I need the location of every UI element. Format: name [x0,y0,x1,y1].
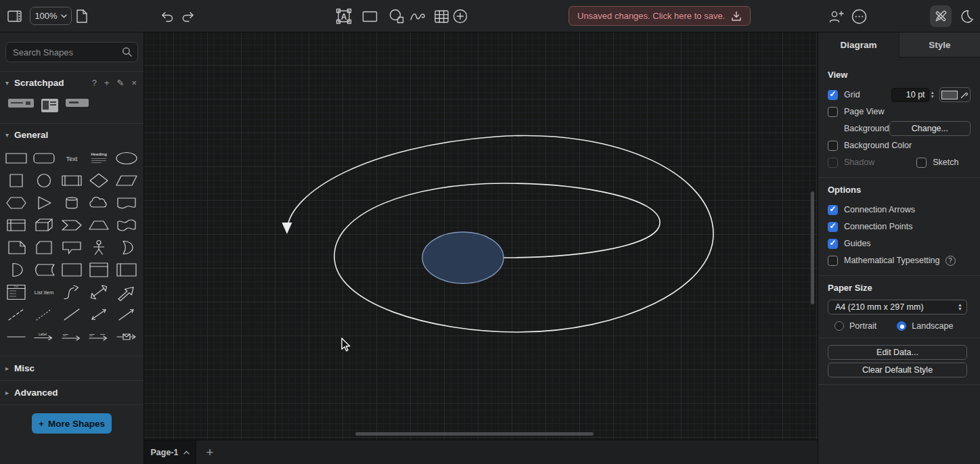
theme-toggle-button[interactable] [956,0,978,32]
insert-table-button[interactable] [431,0,451,32]
toggle-panel-button[interactable] [4,0,26,32]
shape-bidirectional-arrow[interactable] [85,281,112,303]
tab-style[interactable]: Style [899,32,980,57]
shape-connector-labels[interactable] [85,325,112,348]
search-shapes-input[interactable] [5,42,138,62]
scratchpad-edit-icon[interactable]: ✎ [117,78,125,88]
shape-directional-connector[interactable] [113,303,140,325]
diagram-canvas[interactable] [144,32,818,440]
undo-button[interactable] [157,0,177,32]
misc-section-header[interactable]: ▸ Misc [0,356,143,380]
insert-freehand-button[interactable] [408,0,428,32]
sketch-theme-button[interactable] [930,5,952,27]
connection-points-checkbox[interactable] [828,222,838,232]
shape-cloud[interactable] [85,191,112,214]
shape-square[interactable] [3,169,30,191]
landscape-radio[interactable] [897,321,906,331]
insert-more-button[interactable] [450,0,470,32]
shape-container[interactable] [58,258,85,281]
more-actions-button[interactable] [847,0,870,32]
shape-data-storage[interactable] [30,258,58,281]
unsaved-changes-button[interactable]: Unsaved changes. Click here to save. [569,6,751,26]
shape-parallelogram[interactable] [113,169,140,191]
shape-rounded-rectangle[interactable] [30,147,58,169]
help-icon[interactable]: ? [945,256,956,266]
shape-and[interactable] [3,258,30,281]
grid-color-button[interactable] [939,87,971,102]
shape-tape[interactable] [113,214,140,236]
redo-button[interactable] [177,0,198,32]
share-button[interactable] [825,0,848,32]
connection-arrows-checkbox[interactable] [828,205,838,215]
shape-callout[interactable] [58,236,85,258]
advanced-section-header[interactable]: ▸ Advanced [0,381,143,404]
shape-card[interactable] [30,236,58,258]
shape-text[interactable]: Text [58,147,85,169]
background-change-button[interactable]: Change... [889,121,971,136]
scratchpad-item[interactable] [66,99,89,107]
vertical-scrollbar[interactable] [811,191,814,304]
shape-cylinder[interactable] [58,191,85,214]
shape-dotted-line[interactable] [30,303,58,325]
insert-rectangle-button[interactable] [359,0,380,32]
sketch-checkbox[interactable] [916,158,927,168]
more-shapes-button[interactable]: + More Shapes [32,413,112,434]
shape-link[interactable] [3,325,30,348]
horizontal-scrollbar[interactable] [355,432,594,436]
shape-or[interactable] [113,236,140,258]
shape-process[interactable] [58,169,85,191]
clear-default-style-button[interactable]: Clear Default Style [828,363,967,377]
shape-circle[interactable] [30,169,58,191]
tab-diagram[interactable]: Diagram [818,32,899,57]
shape-internal-storage[interactable] [3,214,30,236]
shape-trapezoid[interactable] [85,214,112,236]
portrait-radio[interactable] [834,321,844,331]
shape-rectangle[interactable] [3,147,30,169]
general-section-header[interactable]: ▾ General [0,124,143,143]
filled-ellipse-shape[interactable] [422,232,504,283]
shape-note[interactable] [3,236,30,258]
paper-size-select[interactable]: A4 (210 mm x 297 mm) ▲▼ [828,300,967,315]
shape-arrow[interactable] [113,281,140,303]
shape-actor[interactable] [85,236,112,258]
scratchpad-help-icon[interactable]: ? [92,78,97,88]
shape-connector-label[interactable] [58,325,85,348]
shape-hexagon[interactable] [3,191,30,214]
guides-checkbox[interactable] [828,239,838,249]
shape-arrow-label[interactable]: Label [30,325,58,348]
shape-textbox[interactable]: Heading [85,147,112,169]
zoom-select[interactable]: 100% [30,7,72,25]
shape-horizontal-container[interactable] [113,258,140,281]
shape-diamond[interactable] [85,169,112,191]
insert-shape-button[interactable] [386,0,406,32]
shape-ellipse[interactable] [113,147,140,169]
insert-text-button[interactable]: A [334,0,354,32]
grid-checkbox[interactable] [828,90,838,100]
scratchpad-add-icon[interactable]: + [104,78,110,88]
shape-step[interactable] [58,214,85,236]
shape-dashed-line[interactable] [3,303,30,325]
shape-cube[interactable] [30,214,58,236]
page-view-checkbox[interactable] [828,107,838,117]
add-page-button[interactable]: + [196,440,223,464]
shape-connector-symbol[interactable] [113,325,140,348]
grid-size-stepper[interactable]: ▲▼ [931,91,935,99]
shape-list[interactable]: List [3,281,30,303]
shape-line[interactable] [58,303,85,325]
edit-data-button[interactable]: Edit Data... [828,345,967,360]
shape-curve[interactable] [58,281,85,303]
background-color-checkbox[interactable] [828,141,838,151]
page-setup-button[interactable] [72,0,92,32]
shape-vertical-container[interactable] [85,258,112,281]
scratchpad-item[interactable] [41,99,58,112]
grid-size-input[interactable] [891,88,929,102]
scratchpad-item[interactable] [8,99,34,108]
shape-bidirectional-connector[interactable] [85,303,112,325]
shape-triangle[interactable] [30,191,58,214]
shadow-checkbox[interactable] [828,158,838,168]
math-typesetting-checkbox[interactable] [828,256,838,266]
page-tab[interactable]: Page-1 [144,440,196,464]
scratchpad-header[interactable]: ▾ Scratchpad ? + ✎ × [0,72,143,91]
scratchpad-close-icon[interactable]: × [131,78,137,88]
shape-document[interactable] [113,191,140,214]
